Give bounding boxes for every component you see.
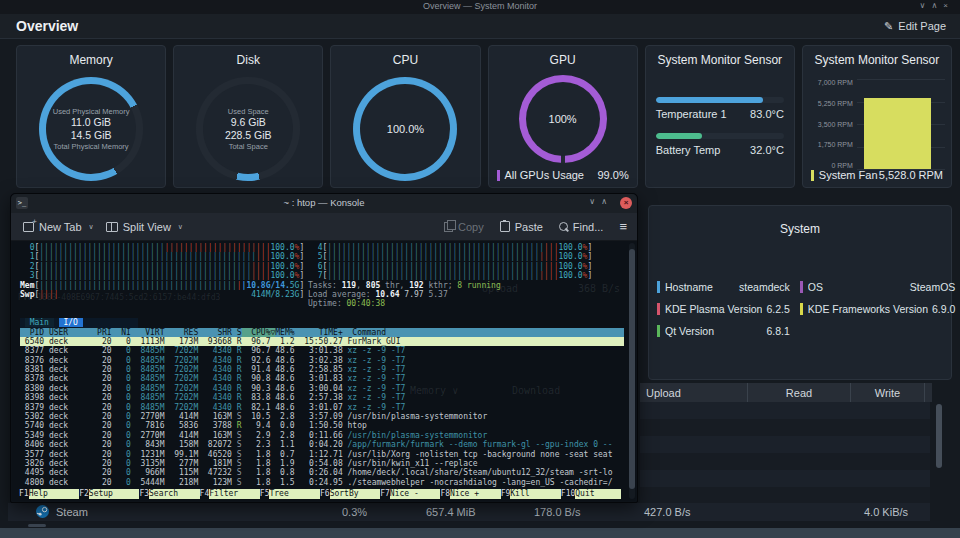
system-info-item: KDE Plasma Version6.2.5: [657, 300, 790, 317]
app-stat-value: 427.0 B/s: [644, 506, 690, 518]
fn-key-f9[interactable]: F9Kill: [501, 489, 561, 499]
temperature-sensor-card: System Monitor Sensor Temperature 183.0°…: [645, 45, 795, 188]
search-icon: [559, 222, 568, 231]
card-title: CPU: [331, 53, 479, 67]
process-table-header[interactable]: PID USER PRI NI VIRT RES SHR S CPU%▽MEM%…: [20, 328, 624, 337]
system-monitor-titlebar: Overview — System Monitor ∨∧×: [0, 0, 960, 14]
y-tick-label: 1,750 RPM: [818, 141, 853, 148]
find-button[interactable]: Find...: [559, 221, 604, 233]
steam-app-row[interactable]: Steam 0.3%657.4 MiB178.0 B/s427.0 B/s4.0…: [8, 503, 930, 521]
window-title: Overview — System Monitor: [0, 1, 960, 11]
close-icon[interactable]: ×: [943, 1, 954, 10]
copy-button[interactable]: Copy: [444, 221, 484, 233]
info-label: Hostname: [665, 281, 735, 293]
tab-io[interactable]: I/O: [59, 318, 83, 327]
new-tab-button[interactable]: New Tab ∨: [23, 221, 94, 233]
process-row[interactable]: 6540 deck 20 0 1113M 173M 93668 R 96.7 1…: [20, 337, 624, 346]
cpu-card: CPU 100.0%: [330, 45, 480, 188]
split-view-button[interactable]: Split View ∨: [106, 221, 183, 233]
fn-key-f3[interactable]: F3Search: [139, 489, 199, 499]
chart-plot-area: [857, 79, 945, 169]
y-tick-label: 7,000 RPM: [818, 79, 853, 86]
maximize-icon[interactable]: ∧: [601, 197, 613, 206]
maximize-icon[interactable]: ∧: [931, 1, 943, 10]
minimize-icon[interactable]: ∨: [920, 1, 932, 10]
legend-swatch: [657, 325, 660, 337]
hamburger-menu-icon[interactable]: ≡: [619, 219, 627, 234]
gauge-donut: Used Space9.6 GiB228.5 GiBTotal Space: [196, 77, 300, 181]
konsole-window-title: ~ : htop — Konsole: [11, 197, 637, 208]
legend-swatch: [497, 170, 500, 181]
table-row-stripe: [640, 487, 930, 504]
legend-swatch: [657, 303, 660, 315]
fn-key-f8[interactable]: F8Nice +: [440, 489, 500, 499]
terminal-screen[interactable]: 0[||||||||||||||||||||||||||||||||||||||…: [12, 241, 636, 501]
fn-key-f1[interactable]: F1Help: [19, 489, 79, 499]
splitter-handle[interactable]: [28, 524, 46, 527]
tab-main[interactable]: Main: [25, 318, 54, 327]
process-row: 8381 deck 20 0 8485M 7202M 4340 R 91.4 4…: [20, 365, 624, 374]
column-header-write[interactable]: Write: [851, 383, 925, 402]
system-info-item: Hostnamesteamdeck: [657, 278, 790, 295]
terminal-line: Main I/O: [20, 318, 624, 327]
card-title: System: [649, 222, 951, 236]
process-row: 8379 deck 20 0 8485M 7202M 4340 R 82.1 4…: [20, 403, 624, 412]
split-view-icon: [106, 222, 118, 232]
steam-icon: [36, 505, 49, 518]
close-icon[interactable]: ×: [620, 197, 632, 209]
new-tab-icon: [23, 222, 34, 232]
htop-function-bar: F1HelpF2SetupF3SearchF4FilterF5TreeF6Sor…: [19, 489, 621, 499]
konsole-titlebar[interactable]: >_ ~ : htop — Konsole ∨∧ ×: [11, 194, 637, 213]
system-info-item: Qt Version6.8.1: [657, 322, 790, 339]
applications-table-rows: [640, 402, 930, 503]
fan-rpm-chart: 7,000 RPM5,250 RPM3,500 RPM1,750 RPM0 RP…: [807, 79, 945, 169]
app-stat-value: 4.0 KiB/s: [864, 506, 908, 518]
y-tick-label: 3,500 RPM: [818, 121, 853, 128]
terminal-line: Swp[|||| 414M/8.23G]Load average: 10.64 …: [20, 290, 624, 299]
applications-table-header: Upload Read Write: [640, 383, 932, 402]
fan-rpm-bar: [864, 98, 931, 169]
htop-tab-bar: Main I/O: [20, 318, 138, 327]
fn-key-f4[interactable]: F4Filter: [200, 489, 260, 499]
legend-value: 5,528.0 RPM: [879, 169, 943, 181]
bottom-window-edge: [0, 528, 960, 538]
sensor-label: Battery Temp: [656, 144, 721, 156]
legend-label: All GPUs Usage: [505, 169, 598, 181]
page-header: Overview ✎Edit Page: [0, 14, 960, 39]
card-title: GPU: [489, 53, 637, 67]
column-header-stub: [925, 383, 932, 402]
terminal-line: 1[||||||||||||||||||||||||||||||||||||||…: [20, 252, 624, 261]
info-label: KDE Plasma Version: [665, 303, 762, 315]
minimize-icon[interactable]: ∨: [589, 197, 601, 206]
table-row-stripe: [640, 453, 930, 470]
column-header-read[interactable]: Read: [748, 383, 851, 402]
fn-key-f2[interactable]: F2Setup: [79, 489, 139, 499]
paste-button[interactable]: Paste: [500, 221, 543, 233]
info-value: 6.2.5: [766, 303, 789, 315]
legend-swatch: [811, 170, 814, 181]
terminal-scrollbar[interactable]: [629, 243, 635, 499]
terminal-line: 2[||||||||||||||||||||||||||||||||||||||…: [20, 262, 624, 271]
column-header-upload[interactable]: Upload: [640, 383, 748, 402]
fn-key-f7[interactable]: F7Nice -: [380, 489, 440, 499]
process-row: 8378 deck 20 0 8485M 7202M 4340 R 90.8 4…: [20, 374, 624, 383]
terminal-line: Mem[||||||||||||||||||||||||||||||||||||…: [20, 281, 624, 290]
fan-legend: System Fan 5,528.0 RPM: [811, 169, 943, 181]
fn-key-f6[interactable]: F6SortBy: [320, 489, 380, 499]
fn-key-f10[interactable]: F10Quit: [561, 489, 621, 499]
sensor-2: Battery Temp32.0°C: [656, 133, 784, 156]
legend-swatch: [657, 281, 660, 293]
legend-swatch: [800, 303, 803, 315]
chevron-down-icon: ∨: [89, 223, 94, 231]
gridline: [857, 79, 945, 80]
info-value: SteamOS: [910, 281, 956, 293]
table-row-stripe: [640, 436, 930, 453]
sensor-cards-row: Memory Used Physical Memory11.0 GiB14.5 …: [16, 45, 952, 188]
page-title: Overview: [16, 18, 78, 34]
process-row: 8406 deck 20 0 843M 158M 82072 S 2.3 1.1…: [20, 440, 624, 449]
card-title: System Monitor Sensor: [803, 53, 951, 67]
app-stat-value: 0.3%: [342, 506, 367, 518]
fn-key-f5[interactable]: F5Tree: [260, 489, 320, 499]
applications-table-scrollbar[interactable]: [936, 404, 942, 500]
edit-page-button[interactable]: ✎Edit Page: [884, 20, 946, 33]
